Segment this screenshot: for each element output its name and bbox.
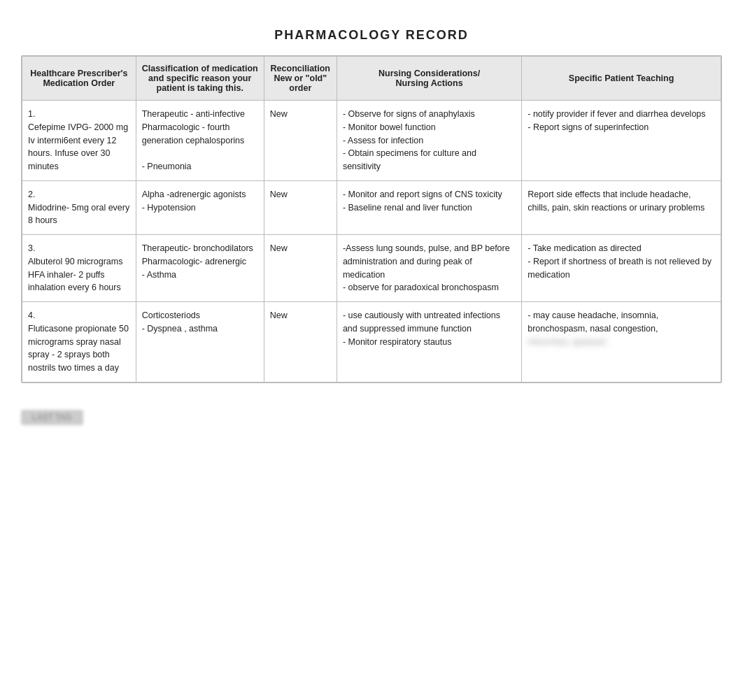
- cell-nursing-1: - Observe for signs of anaphylaxis - Mon…: [337, 101, 521, 181]
- table-header-row: Healthcare Prescriber'sMedication Order …: [22, 57, 721, 101]
- cell-classification-1: Therapeutic - anti-infective Pharmacolog…: [136, 101, 264, 181]
- footer-area: LAST TAG: [21, 404, 722, 431]
- cell-reconciliation-2: New: [264, 180, 337, 234]
- cell-classification-2: Alpha -adrenergic agonists - Hypotension: [136, 180, 264, 234]
- cell-nursing-3: -Assess lung sounds, pulse, and BP befor…: [337, 235, 521, 302]
- footer-tag: LAST TAG: [21, 410, 83, 425]
- pharmacology-table-wrapper: Healthcare Prescriber'sMedication Order …: [21, 55, 722, 383]
- pharmacology-table: Healthcare Prescriber'sMedication Order …: [22, 56, 721, 383]
- cell-teaching-4: - may cause headache, insomnia, bronchos…: [522, 302, 721, 383]
- cell-classification-3: Therapeutic- bronchodilators Pharmacolog…: [136, 235, 264, 302]
- col-header-classification: Classification of medication and specifi…: [136, 57, 264, 101]
- cell-reconciliation-1: New: [264, 101, 337, 181]
- cell-teaching-1: - notify provider if fever and diarrhea …: [522, 101, 721, 181]
- col-header-order: Healthcare Prescriber'sMedication Order: [22, 57, 136, 101]
- cell-order-4: 4. Fluticasone propionate 50 micrograms …: [22, 302, 136, 383]
- cell-teaching-2: Report side effects that include headach…: [522, 180, 721, 234]
- cell-order-1: 1. Cefepime IVPG- 2000 mg Iv intermi6ent…: [22, 101, 136, 181]
- cell-nursing-2: - Monitor and report signs of CNS toxici…: [337, 180, 521, 234]
- col-header-nursing: Nursing Considerations/Nursing Actions: [337, 57, 521, 101]
- table-row: 1. Cefepime IVPG- 2000 mg Iv intermi6ent…: [22, 101, 721, 181]
- cell-teaching-3: - Take medication as directed - Report i…: [522, 235, 721, 302]
- page: PHARMACOLOGY RECORD Healthcare Prescribe…: [0, 0, 743, 700]
- table-row: 3. Albuterol 90 micrograms HFA inhaler- …: [22, 235, 721, 302]
- cell-reconciliation-4: New: [264, 302, 337, 383]
- table-row: 4. Fluticasone propionate 50 micrograms …: [22, 302, 721, 383]
- cell-classification-4: Corticosteriods - Dyspnea , asthma: [136, 302, 264, 383]
- cell-nursing-4: - use cautiously with untreated infectio…: [337, 302, 521, 383]
- cell-order-3: 3. Albuterol 90 micrograms HFA inhaler- …: [22, 235, 136, 302]
- table-row: 2. Midodrine- 5mg oral every 8 hoursAlph…: [22, 180, 721, 234]
- col-header-reconciliation: ReconciliationNew or "old"order: [264, 57, 337, 101]
- col-header-teaching: Specific Patient Teaching: [522, 57, 721, 101]
- cell-order-2: 2. Midodrine- 5mg oral every 8 hours: [22, 180, 136, 234]
- page-title: PHARMACOLOGY RECORD: [21, 28, 722, 43]
- cell-reconciliation-3: New: [264, 235, 337, 302]
